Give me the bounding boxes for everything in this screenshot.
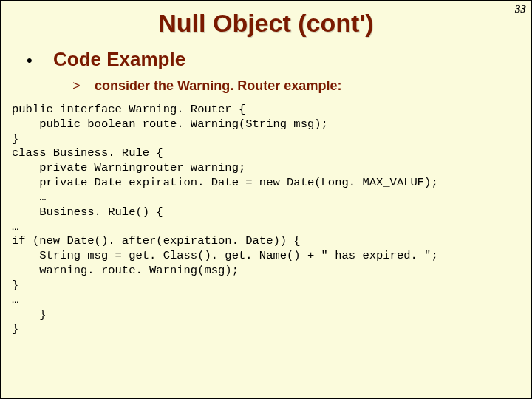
bullet-text: Code Example [53, 48, 185, 71]
slide-title: Null Object (cont') [1, 9, 531, 38]
page-number: 33 [515, 3, 526, 16]
slide: 33 Null Object (cont') • Code Example > … [0, 0, 532, 399]
bullet-marker: • [27, 51, 53, 70]
subbullet-text: consider the Warning. Router example: [95, 78, 341, 94]
subbullet-marker: > [72, 79, 95, 94]
code-block: public interface Warning. Router { publi… [12, 103, 531, 337]
bullet-row: • Code Example [27, 48, 531, 71]
subbullet-row: > consider the Warning. Router example: [72, 78, 531, 94]
